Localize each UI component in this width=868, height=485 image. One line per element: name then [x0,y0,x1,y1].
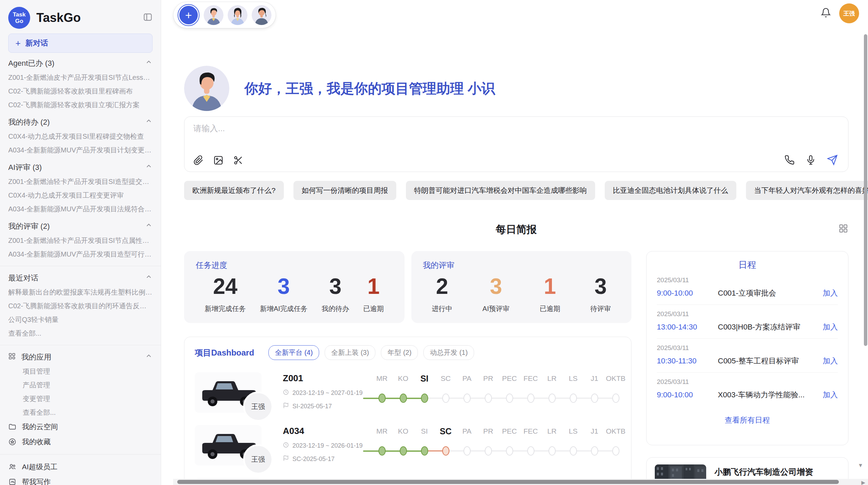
join-meeting-link[interactable]: 加入 [823,322,838,332]
assistant-greeting-block: 你好，王强，我是你的项目管理助理 小识 [184,66,848,111]
sidebar-task-item[interactable]: Z001-全新燃油轻卡产品开发项目SI节点属性5D文件评审 [8,234,153,247]
sidebar-task-item[interactable]: Z001-全新燃油皮卡产品开发项目SI节点Lesson Learn报告 [8,71,153,84]
schedule-event-title: C005-整车工程目标评审 [718,356,819,366]
divider [0,345,161,345]
notification-bell-icon[interactable] [821,8,831,19]
join-meeting-link[interactable]: 加入 [823,288,838,298]
stat-label: 进行中 [432,304,453,313]
milestone-label: SC [435,425,456,437]
milestone-dot-cell [563,446,584,456]
sidebar-group-title: 我的待办 (2) [8,117,145,127]
sidebar-item-ai-super-staff[interactable]: AI超级员工 [8,459,153,474]
my-apps-header[interactable]: 我的应用 [8,350,153,364]
horizontal-scrollbar: ▶ [173,479,868,485]
dashboard-tab[interactable]: 年型 (2) [381,345,418,360]
chat-input[interactable] [193,123,646,145]
plus-icon: + [179,6,198,24]
scroll-right-arrow[interactable]: ▶ [861,480,865,485]
sidebar-group-header[interactable]: Agent已办 (3) [8,56,153,71]
sidebar-group-header[interactable]: 我的待办 (2) [8,115,153,129]
milestone-label: FEC [520,372,541,385]
agent-avatar-3[interactable] [252,5,272,25]
sidebar-task-item[interactable]: C02-飞腾新能源轻客改款项目立项汇报方案 [8,98,153,112]
suggestion-chip[interactable]: 如何写一份清晰的项目周报 [293,181,396,200]
dashboard-tab[interactable]: 动总开发 (1) [423,345,474,360]
new-chat-button[interactable]: + 新对话 [8,34,153,53]
dashboard-title: 项目Dashboard [195,347,254,358]
schedule-list: 2025/03/119:00-10:00C001-立项审批会加入2025/03/… [657,271,838,406]
recent-chats-header[interactable]: 最近对话 [8,271,153,285]
app-item[interactable]: 变更管理 [8,392,153,406]
sidebar-task-item[interactable]: C02-飞腾新能源轻客改款项目里程碑画布 [8,84,153,98]
sidebar-item-favorites[interactable]: 我的收藏 [8,434,153,449]
suggestion-chip[interactable]: 比亚迪全固态电池计划具体说了什么 [605,181,736,200]
stat-label: 待评审 [590,304,611,313]
sidebar-group-header[interactable]: AI评审 (3) [8,160,153,175]
horizontal-scrollbar-thumb[interactable] [177,480,839,484]
milestone-dot-cell [478,394,499,403]
suggestion-chip[interactable]: 欧洲新规最近颁布了什么? [184,181,284,200]
stat-label: 我的待办 [322,304,349,313]
app-item[interactable]: 产品管理 [8,378,153,392]
stat: 2进行中 [432,274,453,313]
milestone-dots [371,394,626,403]
sidebar-item-cloud-space[interactable]: 我的云空间 [8,419,153,434]
sidebar-task-item[interactable]: Z001-全新燃油轻卡产品开发项目SI造型提交物评审 [8,175,153,188]
composer-actions [784,154,838,165]
milestone-label: OKTB [605,372,626,385]
schedule-title: 日程 [657,259,838,271]
view-all-schedule-link[interactable]: 查看所有日程 [657,415,838,425]
attachment-icon[interactable] [193,155,204,165]
milestone-dot-cell [371,394,393,403]
layout-grid-icon[interactable] [838,223,848,235]
join-meeting-link[interactable]: 加入 [823,356,838,366]
recent-chats-list: 解释最新出台的欧盟报废车法规再生塑料比例被调至15%...C02-飞腾新能源轻客… [8,285,153,340]
sidebar-collapse-icon[interactable] [143,12,153,23]
scissors-icon[interactable] [233,155,243,165]
recent-chat-item[interactable]: 解释最新出台的欧盟报废车法规再生塑料比例被调至15%... [8,285,153,299]
project-row[interactable]: 王强Z0012023-12-19 ~ 2027-01-19SI-2025-05-… [195,372,621,413]
join-meeting-link[interactable]: 加入 [823,390,838,400]
schedule-date: 2025/03/11 [657,344,838,352]
suggestion-chip[interactable]: 当下年轻人对汽车外观有怎样的喜好趋势 [746,181,868,200]
recent-chat-item[interactable]: 公司Q3轻卡销量 [8,313,153,326]
my-apps-title: 我的应用 [21,352,145,362]
dashboard-tab[interactable]: 全新平台 (4) [268,345,319,360]
vertical-scrollbar-thumb[interactable] [864,34,867,346]
voice-call-icon[interactable] [784,155,795,165]
recent-chat-item[interactable]: C02-飞腾新能源轻客改款项目的闭环通告反馈情况 [8,299,153,313]
project-row[interactable]: 王强A0342023-12-19 ~ 2026-01-19SC-2025-05-… [195,425,621,465]
milestone-dot-cell [605,446,626,456]
news-title: 小鹏飞行汽车制造公司增资 [714,467,839,477]
schedule-time: 13:00-14:30 [657,323,718,332]
milestone-dot-cell [499,394,520,403]
milestone-dot [463,394,471,403]
microphone-icon[interactable] [806,155,816,165]
add-agent-button[interactable]: + [178,4,200,26]
send-icon[interactable] [827,154,838,165]
scroll-down-arrow[interactable]: ▼ [858,462,863,469]
app-item[interactable]: 查看全部... [8,406,153,419]
composer-attachments [193,155,243,165]
schedule-time: 9:00-10:00 [657,390,718,399]
suggestion-chip[interactable]: 特朗普可能对进口汽车增税会对中国车企造成哪些影响 [406,181,595,200]
agent-avatar-2[interactable] [228,5,248,25]
user-avatar[interactable]: 王强 [839,3,859,23]
view-all-chats-link[interactable]: 查看全部... [8,326,153,340]
sidebar-task-item[interactable]: A034-全新新能源MUV产品开发项目法规符合性评审 [8,202,153,216]
stat-card-title: 我的评审 [423,260,620,271]
sidebar-task-item[interactable]: A034-全新新能源MUV产品开发项目造型可行性评审 [8,247,153,261]
app-item[interactable]: 项目管理 [8,364,153,378]
dashboard-tab[interactable]: 全新上装 (3) [325,345,375,360]
daily-briefing-title: 每日简报 [496,224,537,235]
sidebar-task-item[interactable]: C0X4-动力总成开发项目SI里程碑提交物检查 [8,129,153,143]
sidebar-task-item[interactable]: A034-全新新能源MUV产品开发项目计划变更表编写 [8,143,153,157]
agent-avatar-1[interactable] [204,5,224,25]
sidebar-group-header[interactable]: 我的评审 (2) [8,219,153,234]
milestone-label: PEC [499,425,520,437]
sidebar-task-item[interactable]: C0X4-动力总成开发项目工程变更评审 [8,188,153,202]
image-upload-icon[interactable] [213,155,224,165]
assistant-avatar [184,66,229,111]
milestone-labels: MRKOSISCPAPRPECFECLRLSJ1OKTB [371,372,626,385]
sidebar-item-help-write[interactable]: 帮我写作 [8,474,153,485]
